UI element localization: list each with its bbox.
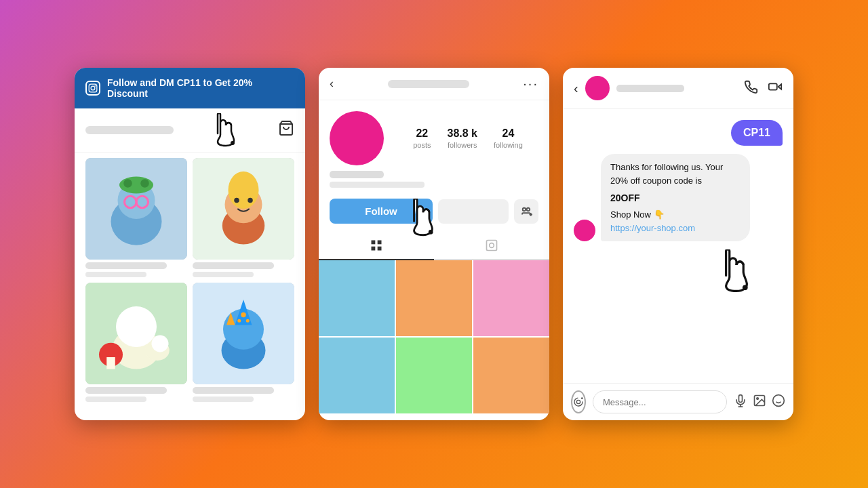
phone2-profile-section: 22 posts 38.8 k followers 24 following (319, 100, 549, 171)
phone2-frame: ‹ ··· 22 posts 38.8 k followers 24 follo… (319, 68, 549, 420)
product-price-bar-3 (85, 396, 146, 402)
coupon-code: 20OFF (610, 191, 741, 205)
cursor-indicator-phone3 (574, 249, 783, 298)
phone1-header-text: Follow and DM CP11 to Get 20% Discount (107, 77, 294, 99)
more-options-button[interactable]: ··· (523, 76, 538, 92)
product-name-bar-1 (85, 262, 167, 269)
following-stat: 24 following (494, 127, 523, 149)
list-item[interactable] (85, 158, 187, 277)
message-input[interactable] (593, 390, 727, 413)
image-attach-icon[interactable] (753, 394, 766, 411)
phone3-frame: ‹ CP11 Tha (563, 68, 793, 420)
svg-point-18 (234, 198, 239, 203)
phone2-gallery (319, 260, 549, 413)
back-button[interactable]: ‹ (574, 81, 578, 96)
posts-stat: 22 posts (413, 127, 431, 149)
phone1-header: Follow and DM CP11 to Get 20% Discount (75, 68, 305, 108)
thanks-text: Thanks for following us. Your 20% off co… (610, 162, 723, 186)
svg-point-22 (116, 306, 157, 347)
emoji-icon[interactable] (772, 394, 785, 411)
list-item[interactable] (85, 283, 187, 402)
cart-icon[interactable] (278, 120, 294, 140)
svg-point-50 (773, 394, 785, 406)
list-item[interactable] (193, 158, 294, 277)
tab-grid[interactable] (319, 232, 434, 260)
product-price-bar-4 (193, 396, 254, 402)
message-received: Thanks for following us. Your 20% off co… (574, 154, 783, 241)
product-name-bar-3 (85, 387, 167, 394)
svg-rect-44 (769, 83, 777, 89)
phone2-username-bar (388, 80, 469, 88)
gallery-cell-2[interactable] (396, 260, 472, 336)
svg-rect-39 (378, 241, 382, 245)
phone2-stats: 22 posts 38.8 k followers 24 following (397, 127, 538, 149)
followers-label: followers (448, 141, 477, 149)
message-bar (438, 199, 509, 224)
svg-rect-38 (372, 241, 376, 245)
svg-rect-26 (106, 357, 115, 369)
svg-point-46 (576, 400, 580, 403)
posts-count: 22 (416, 127, 428, 140)
svg-point-2 (94, 85, 96, 87)
svg-point-9 (123, 179, 132, 188)
cursor-hand-icon (212, 113, 239, 147)
svg-point-33 (237, 319, 241, 323)
phone1-navbar (75, 108, 305, 152)
product-price-bar-1 (85, 272, 146, 277)
svg-point-24 (152, 336, 169, 352)
tab-tagged[interactable] (434, 232, 549, 260)
sent-message-bubble: CP11 (731, 120, 783, 146)
phone2-topbar: ‹ ··· (319, 68, 549, 100)
back-button[interactable]: ‹ (330, 77, 334, 91)
svg-point-19 (248, 198, 253, 203)
svg-point-3 (231, 141, 235, 145)
phone3-topbar-left: ‹ (574, 76, 684, 100)
phone3-topbar-icons (743, 79, 783, 98)
camera-icon[interactable] (571, 390, 586, 413)
svg-point-43 (490, 243, 494, 248)
gallery-cell-3[interactable] (473, 260, 549, 336)
phone2-action-buttons: Follow (319, 193, 549, 226)
product-image-1 (85, 158, 187, 260)
svg-rect-0 (89, 84, 97, 92)
shop-link[interactable]: https://your-shop.com (610, 222, 741, 235)
follow-button[interactable]: Follow (330, 199, 433, 224)
gallery-cell-5[interactable] (396, 338, 472, 413)
instagram-icon (85, 81, 100, 96)
video-call-icon[interactable] (768, 79, 783, 98)
gallery-cell-4[interactable] (319, 338, 395, 413)
microphone-icon[interactable] (734, 394, 747, 411)
received-message-bubble: Thanks for following us. Your 20% off co… (601, 154, 750, 241)
gallery-cell-6[interactable] (473, 338, 549, 413)
following-count: 24 (502, 127, 514, 140)
svg-point-47 (582, 398, 583, 399)
gallery-cell-1[interactable] (319, 260, 395, 336)
svg-point-32 (241, 312, 246, 318)
list-item[interactable] (193, 283, 294, 402)
bio-bar (330, 182, 425, 188)
phone-call-icon[interactable] (743, 79, 758, 98)
phone3-messages: CP11 Thanks for following us. Your 20% o… (563, 109, 793, 383)
product-price-bar-2 (193, 272, 254, 277)
input-action-icons (734, 394, 785, 411)
product-image-3 (85, 283, 187, 384)
following-label: following (494, 141, 523, 149)
shop-now-text: Shop Now 👇 (610, 209, 665, 220)
product-image-2 (193, 158, 294, 260)
avatar (330, 111, 384, 165)
svg-point-49 (757, 397, 759, 399)
phone2-name-area (319, 171, 549, 193)
svg-point-45 (743, 285, 748, 290)
username-bar (330, 171, 384, 178)
svg-rect-41 (378, 247, 382, 251)
add-friend-button[interactable] (514, 199, 538, 224)
svg-point-10 (140, 179, 149, 188)
posts-label: posts (413, 141, 431, 149)
product-name-bar-2 (193, 262, 274, 269)
svg-rect-40 (372, 247, 376, 251)
svg-point-1 (91, 86, 95, 90)
chat-username-bar (616, 85, 684, 92)
svg-point-34 (246, 319, 250, 323)
product-name-bar-4 (193, 387, 274, 394)
phone1-nav-logo (85, 126, 174, 134)
